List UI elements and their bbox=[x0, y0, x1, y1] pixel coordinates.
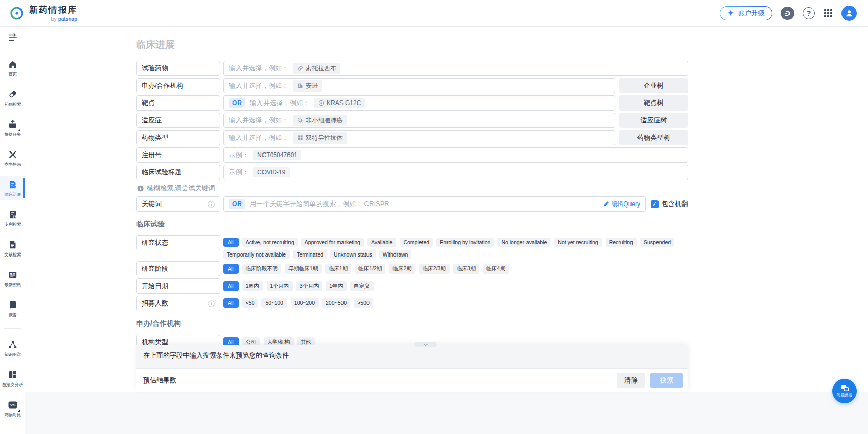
filter-option[interactable]: 临床1/2期 bbox=[355, 264, 385, 274]
trial-title-input[interactable]: 示例： COVID-19 bbox=[223, 165, 688, 180]
or-operator-badge[interactable]: OR bbox=[229, 98, 245, 108]
filter-option[interactable]: All bbox=[223, 238, 239, 247]
target-tree-button[interactable]: 靶点树 bbox=[619, 95, 688, 111]
filter-option[interactable]: Available bbox=[367, 238, 396, 247]
filter-option[interactable]: Temporarily not available bbox=[223, 250, 290, 259]
search-button[interactable]: 搜索 bbox=[650, 373, 683, 388]
filter-option[interactable]: 临床2/3期 bbox=[419, 264, 450, 274]
filter-option[interactable]: 1年内 bbox=[326, 281, 347, 291]
indication-input[interactable]: 输入并选择，例如： 非小细胞肺癌 bbox=[223, 113, 615, 128]
upgrade-label: 账户升级 bbox=[738, 9, 765, 18]
enrollment-field-selector[interactable]: 招募人数 bbox=[136, 296, 220, 311]
filter-option[interactable]: No longer available bbox=[497, 238, 550, 247]
row-study-status: 研究状态 AllActive, not recruitingApproved f… bbox=[136, 235, 688, 259]
drug-type-tree-button[interactable]: 药物类型树 bbox=[619, 130, 688, 145]
apps-grid-icon[interactable] bbox=[824, 9, 833, 18]
edit-query-link[interactable]: 编辑Query bbox=[603, 200, 640, 209]
company-tree-button[interactable]: 企业树 bbox=[619, 78, 688, 93]
include-machine-translation-toggle[interactable]: ✓ 包含机翻 bbox=[651, 196, 688, 212]
avatar[interactable] bbox=[841, 6, 857, 21]
sidebar-item-competitive-landscape[interactable]: 竞争格局 bbox=[0, 146, 25, 170]
sidebar-item-clinical-progress[interactable]: 临床进展 bbox=[0, 176, 25, 200]
sidebar-item-home[interactable]: 首页 bbox=[0, 56, 25, 80]
filter-option[interactable]: 100~200 bbox=[291, 298, 319, 308]
input-placeholder: 输入并选择，例如： bbox=[229, 116, 288, 125]
drug-type-input[interactable]: 输入并选择，例如： 双特异性抗体 bbox=[223, 130, 615, 145]
start-date-field-selector[interactable]: 开始日期 bbox=[136, 278, 220, 294]
filter-option[interactable]: Approved for marketing bbox=[301, 238, 364, 247]
filter-option[interactable]: 临床2期 bbox=[389, 264, 415, 274]
trial-title-field-selector[interactable]: 临床试验标题 bbox=[136, 165, 220, 180]
panel-collapse-handle[interactable] bbox=[414, 342, 437, 347]
filter-option[interactable]: Suspended bbox=[640, 238, 674, 247]
sponsor-input[interactable]: 输入并选择，例如： 安进 bbox=[223, 78, 615, 93]
example-chip: KRAS G12C bbox=[314, 98, 365, 108]
filter-option[interactable]: 1个月内 bbox=[267, 281, 293, 291]
keyword-field-selector[interactable]: 关键词 bbox=[136, 196, 220, 212]
filter-option[interactable]: 1周内 bbox=[242, 281, 263, 291]
sidebar-item-patent-search[interactable]: 专利检索 bbox=[0, 206, 25, 231]
sidebar-item-drug-search[interactable]: 药物检索 bbox=[0, 86, 25, 110]
registration-number-field-selector[interactable]: 注册号 bbox=[136, 147, 220, 163]
filter-option[interactable]: 临床3期 bbox=[453, 264, 479, 274]
or-operator-badge[interactable]: OR bbox=[229, 199, 245, 209]
target-field-selector[interactable]: 靶点 bbox=[136, 95, 220, 111]
registration-number-input[interactable]: 示例： NCT05047601 bbox=[223, 147, 688, 163]
query-preview-panel: 在上面的字段中输入搜索条件来预览您的查询条件 预估结果数 清除 搜索 bbox=[136, 345, 688, 392]
info-icon bbox=[208, 300, 215, 307]
estimated-results-label: 预估结果数 bbox=[143, 376, 176, 385]
indication-tree-button[interactable]: 适应症树 bbox=[619, 113, 688, 128]
filter-option[interactable]: 临床1期 bbox=[325, 264, 351, 274]
filter-option[interactable]: 3个月内 bbox=[296, 281, 322, 291]
feedback-button[interactable]: 问题反馈 bbox=[832, 379, 857, 403]
indication-field-selector[interactable]: 适应症 bbox=[136, 113, 220, 128]
example-chip: 索托拉西布 bbox=[293, 63, 340, 74]
collapse-sidebar-icon[interactable] bbox=[0, 27, 25, 49]
account-upgrade-button[interactable]: 账户升级 bbox=[720, 6, 772, 20]
drug-type-field-selector[interactable]: 药物类型 bbox=[136, 130, 220, 145]
study-status-field-selector[interactable]: 研究状态 bbox=[136, 235, 220, 250]
filter-option[interactable]: 临床4期 bbox=[483, 264, 509, 274]
filter-option[interactable]: 自定义 bbox=[350, 281, 374, 291]
sidebar-item-quick-tasks[interactable]: 快捷任务 bbox=[0, 116, 25, 140]
study-phase-field-selector[interactable]: 研究阶段 bbox=[136, 261, 220, 276]
clear-button[interactable]: 清除 bbox=[617, 373, 645, 388]
filter-option[interactable]: Active, not recruiting bbox=[242, 238, 298, 247]
sidebar-item-literature-search[interactable]: 文献检索 bbox=[0, 236, 25, 261]
filter-option[interactable]: 早期临床1期 bbox=[285, 264, 322, 274]
filter-option[interactable]: All bbox=[223, 264, 239, 274]
checkbox-checked-icon[interactable]: ✓ bbox=[651, 200, 659, 208]
sidebar-item-drug-compare[interactable]: VS 药物对比 bbox=[0, 396, 25, 421]
filter-option[interactable]: All bbox=[223, 298, 239, 308]
trial-drug-input[interactable]: 输入并选择，例如： 索托拉西布 bbox=[223, 61, 688, 76]
filter-option[interactable]: Terminated bbox=[293, 250, 327, 259]
keyword-input[interactable]: OR 用一个关键字开始简单的搜索，例如： CRISPR 编辑Query bbox=[223, 196, 646, 212]
app-logo[interactable]: 新药情报库 by patsnap bbox=[9, 4, 77, 22]
filter-option[interactable]: 50~100 bbox=[261, 298, 286, 308]
filter-option[interactable]: Not yet recruiting bbox=[554, 238, 601, 247]
filter-option[interactable]: Completed bbox=[400, 238, 433, 247]
submenu-corner-icon bbox=[18, 129, 20, 131]
filter-option[interactable]: 临床阶段不明 bbox=[242, 264, 281, 274]
target-input[interactable]: OR 输入并选择，例如： KRAS G12C bbox=[223, 95, 615, 111]
filter-option[interactable]: <50 bbox=[242, 298, 258, 308]
filter-option[interactable]: Recruiting bbox=[606, 238, 637, 247]
filter-option[interactable]: >500 bbox=[354, 298, 373, 308]
sidebar-item-knowledge-graph[interactable]: 知识图谱 bbox=[0, 336, 25, 361]
filter-option[interactable]: All bbox=[223, 281, 239, 291]
input-placeholder: 用一个关键字开始简单的搜索，例如： CRISPR bbox=[250, 199, 389, 209]
sidebar-item-custom-analysis[interactable]: 自定义分析 bbox=[0, 366, 25, 391]
custom-analysis-icon bbox=[8, 370, 18, 380]
literature-icon bbox=[8, 240, 18, 250]
filter-option[interactable]: Withdrawn bbox=[379, 250, 412, 259]
trial-drug-field-selector[interactable]: 试验药物 bbox=[136, 61, 220, 76]
sidebar-item-latest-news[interactable]: 最新资讯 bbox=[0, 266, 25, 291]
sidebar-item-reports[interactable]: 报告 bbox=[0, 296, 25, 321]
filter-option[interactable]: Enrolling by invitation bbox=[436, 238, 494, 247]
row-target: 靶点 OR 输入并选择，例如： KRAS G12C 靶点树 bbox=[136, 95, 688, 111]
sponsor-field-selector[interactable]: 申办/合作机构 bbox=[136, 78, 220, 93]
filter-option[interactable]: 200~500 bbox=[322, 298, 350, 308]
patsnap-product-icon[interactable] bbox=[781, 7, 794, 20]
help-icon[interactable]: ? bbox=[803, 7, 815, 19]
filter-option[interactable]: Unknown status bbox=[330, 250, 376, 259]
